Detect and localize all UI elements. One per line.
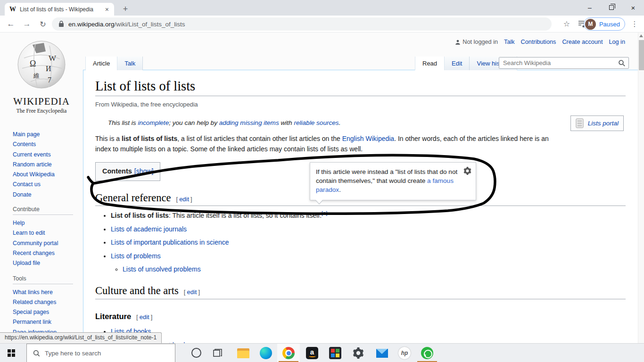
- list-item: Contents: [13, 139, 83, 149]
- browser-menu-icon[interactable]: ⋮: [629, 18, 640, 30]
- wikipedia-wordmark[interactable]: WIKIPEDIA: [0, 96, 83, 107]
- url-domain: en.wikipedia.org: [68, 21, 115, 28]
- cortana-icon[interactable]: [191, 348, 201, 358]
- taskbar-search-box[interactable]: Type here to search: [26, 344, 175, 362]
- lists-of-unsolved-problems-link[interactable]: Lists of unsolved problems: [123, 265, 201, 273]
- avatar: M: [585, 19, 596, 30]
- personal-contributions-link[interactable]: Contributions: [521, 39, 556, 45]
- english-wikipedia-link[interactable]: English Wikipedia: [342, 135, 395, 142]
- sidebar-item-random-article[interactable]: Random article: [13, 161, 52, 168]
- section-edit: [edit]: [136, 313, 152, 321]
- taskbar-whatsapp[interactable]: [416, 344, 438, 362]
- bookmark-star-icon[interactable]: ☆: [563, 19, 570, 28]
- taskbar-puzzle-app[interactable]: [324, 344, 347, 362]
- tab-talk[interactable]: Talk: [117, 57, 143, 70]
- tab-article[interactable]: Article: [85, 57, 117, 70]
- windows-taskbar: Type here to search a hp ? ENG 10:35 AM …: [0, 343, 644, 362]
- sidebar-group-main: Main page Contents Current events Random…: [0, 129, 83, 199]
- sidebar-item-donate[interactable]: Donate: [13, 191, 32, 198]
- sidebar-item-contents[interactable]: Contents: [13, 141, 36, 148]
- list-item: List of lists of lists: This article its…: [111, 211, 626, 220]
- reference-tooltip: If this article were instead a "list of …: [310, 162, 476, 200]
- tooltip-text: .: [339, 186, 341, 193]
- new-tab-button[interactable]: +: [120, 4, 131, 15]
- sidebar-item-contact-us[interactable]: Contact us: [13, 181, 41, 188]
- not-logged-in-label: Not logged in: [455, 39, 498, 45]
- contents-box: Contents[show]: [95, 162, 160, 181]
- reload-button[interactable]: ↻: [36, 16, 50, 33]
- svg-text:Ω: Ω: [30, 59, 36, 68]
- page-title: List of lists of lists: [95, 79, 626, 96]
- close-window-button[interactable]: ×: [622, 0, 644, 15]
- search-icon: [33, 350, 40, 357]
- portal-icon: [576, 118, 584, 128]
- settings-gear-icon: [353, 347, 364, 359]
- gear-icon[interactable]: [463, 167, 471, 175]
- minimize-button[interactable]: –: [579, 0, 601, 15]
- personal-log-in-link[interactable]: Log in: [609, 39, 625, 45]
- sidebar-item-upload-file[interactable]: Upload file: [13, 260, 40, 266]
- tab-edit[interactable]: Edit: [445, 57, 470, 70]
- page-scrollbar[interactable]: [638, 33, 644, 343]
- sidebar-item-recent-changes[interactable]: Recent changes: [13, 250, 55, 256]
- svg-text:W: W: [49, 54, 57, 63]
- sidebar-item-main-page[interactable]: Main page: [13, 131, 40, 138]
- browser-tab[interactable]: W List of lists of lists - Wikipedia ×: [5, 3, 114, 16]
- forward-button[interactable]: →: [20, 16, 34, 33]
- footnote-a-link[interactable]: [a]: [322, 210, 327, 216]
- edit-link[interactable]: edit: [178, 196, 190, 203]
- list-item: What links here: [13, 287, 83, 297]
- list-item: Lists of problems Lists of unsolved prob…: [111, 252, 626, 274]
- footnote-ref: [a]: [322, 210, 327, 216]
- sidebar-item-about-wikipedia[interactable]: About Wikipedia: [13, 171, 55, 178]
- contents-show-toggle[interactable]: [show]: [134, 167, 153, 175]
- taskbar-hp[interactable]: hp: [393, 344, 416, 362]
- taskbar-chrome[interactable]: [277, 344, 300, 362]
- windows-start-icon[interactable]: [8, 349, 15, 357]
- scrollbar-up-icon[interactable]: [639, 34, 643, 37]
- wikipedia-search-box[interactable]: [499, 57, 629, 69]
- taskbar-settings[interactable]: [347, 344, 370, 362]
- search-input[interactable]: [499, 58, 612, 68]
- taskbar-amazon[interactable]: a: [301, 344, 323, 362]
- tab-close-icon[interactable]: ×: [104, 6, 110, 13]
- sidebar-item-community-portal[interactable]: Community portal: [13, 240, 58, 247]
- tab-read[interactable]: Read: [415, 57, 445, 70]
- back-button[interactable]: ←: [4, 16, 18, 33]
- sidebar-item-learn-to-edit[interactable]: Learn to edit: [13, 230, 45, 236]
- personal-create-account-link[interactable]: Create account: [562, 39, 603, 45]
- address-bar[interactable]: en.wikipedia.org/wiki/List_of_lists_of_l…: [52, 17, 552, 31]
- edit-link[interactable]: edit: [138, 313, 151, 321]
- list-item: Lists of academic journals: [111, 225, 626, 234]
- sidebar-item-special-pages[interactable]: Special pages: [13, 309, 49, 315]
- sidebar-item-related-changes[interactable]: Related changes: [13, 299, 56, 305]
- restore-button[interactable]: [601, 0, 622, 15]
- taskbar-edge[interactable]: [255, 344, 277, 362]
- edit-link[interactable]: edit: [185, 288, 198, 296]
- tab-title: List of lists of lists - Wikipedia: [20, 6, 104, 13]
- article-content: List of lists of lists From Wikipedia, t…: [83, 70, 638, 343]
- sidebar-item-what-links-here[interactable]: What links here: [13, 289, 53, 296]
- lists-of-problems-link[interactable]: Lists of problems: [111, 252, 161, 260]
- list-item: Lists of important publications in scien…: [111, 238, 626, 247]
- lists-of-important-publications-link[interactable]: Lists of important publications in scien…: [111, 239, 229, 246]
- task-view-icon[interactable]: [213, 349, 222, 357]
- list-item: Upload file: [13, 258, 83, 268]
- sidebar-item-current-events[interactable]: Current events: [13, 151, 51, 158]
- sidebar-item-permanent-link[interactable]: Permanent link: [13, 319, 51, 325]
- taskbar-mail[interactable]: [371, 344, 393, 362]
- sync-paused-label: Paused: [599, 21, 620, 28]
- lists-portal-link[interactable]: Lists portal: [588, 118, 619, 129]
- lists-of-academic-journals-link[interactable]: Lists of academic journals: [111, 225, 187, 233]
- taskbar-file-explorer[interactable]: [232, 344, 255, 362]
- profile-button[interactable]: M Paused: [584, 17, 625, 31]
- incomplete-link[interactable]: incomplete: [138, 119, 169, 126]
- search-icon[interactable]: [618, 59, 626, 67]
- wikipedia-globe-logo[interactable]: W Ω И 維 7: [15, 39, 69, 92]
- personal-talk-link[interactable]: Talk: [504, 39, 515, 45]
- reliable-sources-link[interactable]: reliable sources: [294, 119, 339, 126]
- scrollbar-thumb[interactable]: [639, 40, 644, 70]
- sidebar-item-help[interactable]: Help: [13, 220, 25, 226]
- wikipedia-page: W Ω И 維 7 WIKIPEDIA The Free Encyclopedi…: [0, 33, 644, 343]
- adding-missing-items-link[interactable]: adding missing items: [219, 119, 279, 126]
